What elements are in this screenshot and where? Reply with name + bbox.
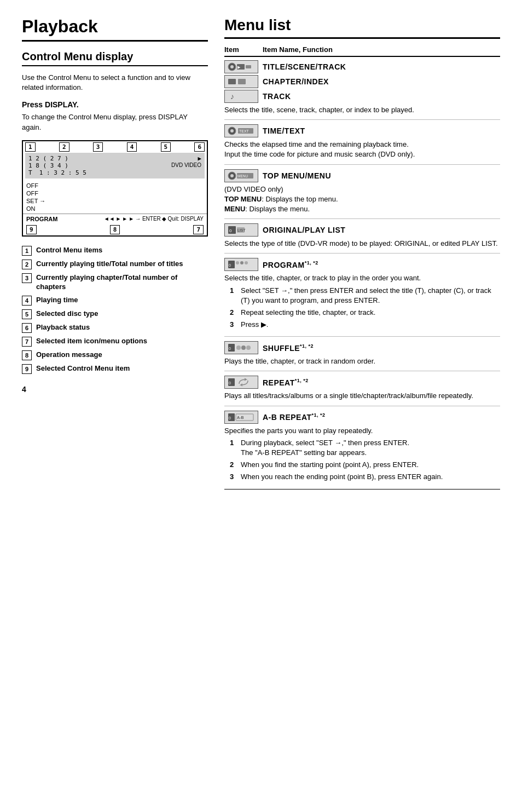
program-steps: 1 Select "SET →," then press ENTER and s… [230, 286, 500, 330]
icon-top-menu: MENU [224, 169, 258, 182]
desc-original-playlist: Selects the type of title (DVD-VR mode) … [224, 239, 500, 249]
list-item-5: 5 Selected disc type [22, 309, 208, 319]
label-original-playlist: ORIGINAL/PLAY LIST [263, 226, 345, 234]
svg-text:0: 0 [229, 228, 232, 233]
svg-point-21 [236, 261, 239, 264]
press-display-body: To change the Control Menu display, pres… [22, 112, 208, 132]
diagram-bottom-numbers: 9 8 7 [23, 224, 207, 235]
label-program: PROGRAM*1, *2 [263, 260, 318, 269]
svg-text:A-B: A-B [237, 416, 243, 419]
list-item-4: 4 Playing time [22, 295, 208, 306]
menu-section-time-text: TEXT TIME/TEXT Checks the elapsed time a… [224, 124, 500, 164]
svg-point-27 [241, 345, 246, 350]
list-item-6: 6 Playback status [22, 323, 208, 333]
svg-point-22 [240, 261, 243, 264]
icon-title-scene-track: ▶ [224, 60, 258, 73]
svg-text:LIST: LIST [237, 228, 246, 232]
desc-top-menu: (DVD VIDEO only)TOP MENU: Displays the t… [224, 185, 500, 215]
diag-num-4: 4 [127, 142, 137, 152]
svg-point-1 [230, 65, 234, 68]
label-shuffle: SHUFFLE*1, *2 [263, 343, 314, 353]
list-item-1: 1 Control Menu items [22, 245, 208, 256]
icon-shuffle: 0 [224, 341, 258, 354]
svg-text:0: 0 [229, 347, 231, 350]
menu-section-ab-repeat: A-B 0 A-B REPEAT*1, *2 Specifies the par… [224, 411, 500, 489]
press-display-title: Press DISPLAY. [22, 100, 208, 109]
desc-repeat: Plays all titles/tracks/albums or a sing… [224, 391, 500, 401]
program-label: PROGRAM [26, 216, 57, 222]
diag-num-9: 9 [26, 225, 37, 234]
svg-point-23 [245, 261, 248, 264]
svg-rect-3 [246, 65, 251, 68]
svg-text:MENU: MENU [237, 174, 248, 178]
menu-section-program: 0 PROGRAM*1, *2 Selects the title, chapt… [224, 258, 500, 337]
label-chapter-index: CHAPTER/INDEX [263, 77, 329, 86]
list-item-8: 8 Operation message [22, 350, 208, 360]
icon-time-text: TEXT [224, 124, 258, 137]
menu-list-title: Menu list [224, 16, 500, 39]
icon-program: 0 [224, 258, 258, 271]
svg-rect-6 [238, 79, 246, 84]
col-func-header: Item Name, Function [263, 45, 333, 54]
svg-point-13 [230, 174, 234, 177]
diagram-footer: PROGRAM ◄◄ ► ► ► → ENTER ◆ Quit: DISPLAY [23, 214, 207, 224]
svg-rect-5 [228, 79, 236, 84]
diag-num-7: 7 [193, 225, 204, 234]
diag-num-8: 8 [110, 225, 120, 234]
col-item-header: Item [224, 45, 263, 54]
svg-text:0: 0 [229, 416, 231, 420]
desc-ab-repeat: Specifies the parts you want to play rep… [224, 426, 500, 436]
menu-section-title-track: ▶ TITLE/SCENE/TRACK CHAPTER/INDEX ♪ [224, 60, 500, 120]
diag-num-2: 2 [59, 142, 69, 152]
page-title: Playback [22, 16, 208, 42]
icon-track: ♪ [224, 90, 258, 103]
list-item-3: 3 Currently playing chapter/Total number… [22, 273, 208, 292]
diag-num-5: 5 [161, 142, 171, 152]
icon-original-playlist: 0 LIST [224, 223, 258, 237]
diag-num-6: 6 [194, 142, 205, 152]
diagram-menu-items: OFF OFF SET → ON [23, 181, 207, 214]
ab-repeat-steps: 1 During playback, select "SET →," then … [230, 438, 500, 482]
label-title-scene-track: TITLE/SCENE/TRACK [263, 62, 346, 71]
icon-ab-repeat: A-B 0 [224, 411, 258, 424]
label-top-menu: TOP MENU/MENU [263, 171, 331, 180]
svg-text:TEXT: TEXT [239, 129, 250, 133]
svg-text:♪: ♪ [230, 92, 234, 101]
list-item-9: 9 Selected Control Menu item [22, 364, 208, 374]
svg-text:0: 0 [229, 381, 231, 385]
list-item-2: 2 Currently playing title/Total number o… [22, 259, 208, 269]
desc-title-track: Selects the title, scene, track, chapter… [224, 105, 500, 115]
svg-text:0: 0 [229, 263, 231, 267]
section-title: Control Menu display [22, 50, 208, 66]
label-track: TRACK [263, 92, 291, 101]
desc-program: Selects the title, chapter, or track to … [224, 273, 500, 283]
svg-point-9 [230, 129, 234, 133]
menu-section-shuffle: 0 SHUFFLE*1, *2 Plays the title, chapter… [224, 341, 500, 371]
label-ab-repeat: A-B REPEAT*1, *2 [263, 412, 326, 422]
desc-time-text: Checks the elapsed time and the remainin… [224, 140, 500, 159]
label-repeat: REPEAT*1, *2 [263, 378, 309, 387]
menu-table-header: Item Item Name, Function [224, 45, 500, 57]
icon-chapter-index [224, 75, 258, 88]
menu-section-repeat: 0 REPEAT*1, *2 Plays all titles/tracks/a… [224, 376, 500, 406]
svg-point-28 [246, 345, 251, 350]
diagram-legend: 1 Control Menu items 2 Currently playing… [22, 245, 208, 374]
icon-repeat: 0 [224, 376, 258, 389]
diag-num-3: 3 [93, 142, 103, 152]
menu-section-top-menu: MENU TOP MENU/MENU (DVD VIDEO only)TOP M… [224, 169, 500, 220]
menu-section-original-playlist: 0 LIST ORIGINAL/PLAY LIST Selects the ty… [224, 223, 500, 254]
label-time-text: TIME/TEXT [263, 126, 305, 135]
list-item-7: 7 Selected item icon/menu options [22, 336, 208, 347]
intro-text: Use the Control Menu to select a functio… [22, 73, 208, 93]
diagram-top-numbers: 1 2 3 4 5 6 [23, 141, 207, 153]
svg-point-26 [236, 345, 241, 350]
diag-num-1: 1 [25, 142, 36, 152]
page-number: 4 [22, 385, 208, 394]
control-menu-diagram: 1 2 3 4 5 6 1 2 ( 2 7 ) ▶ 1 8 ( 3 4 ) DV… [22, 140, 208, 237]
desc-shuffle: Plays the title, chapter, or track in ra… [224, 356, 500, 366]
diagram-screen: 1 2 ( 2 7 ) ▶ 1 8 ( 3 4 ) DVD VIDEO T 1 … [25, 153, 205, 178]
